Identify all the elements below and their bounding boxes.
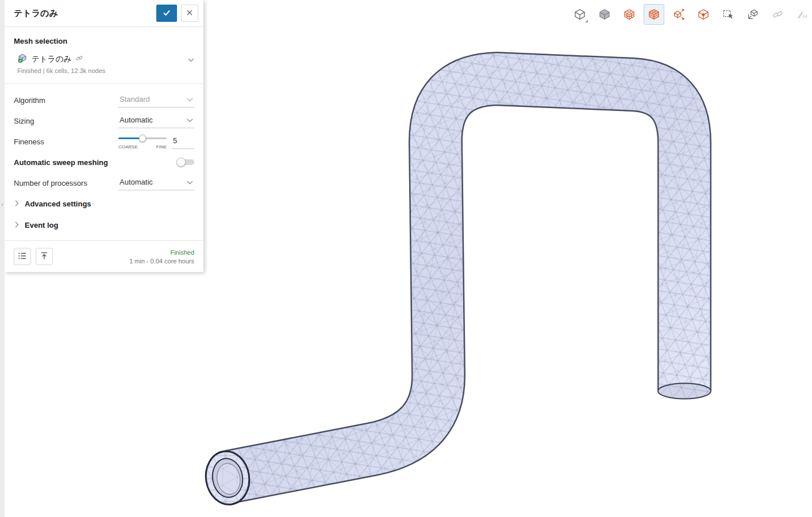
meshed-pipe-model[interactable] bbox=[202, 79, 711, 508]
fineness-value-input[interactable]: 5 bbox=[172, 134, 194, 149]
fineness-slider: COARSE FINE bbox=[118, 134, 167, 150]
sizing-value: Automatic bbox=[120, 116, 153, 124]
panel-expand-handle[interactable]: › bbox=[0, 197, 5, 212]
event-log-label: Event log bbox=[25, 221, 59, 229]
fineness-label: Fineness bbox=[14, 137, 118, 146]
panel-body: Mesh selection テトラのみ Finis bbox=[5, 27, 203, 240]
sweep-toggle[interactable] bbox=[176, 158, 194, 167]
sizing-select[interactable]: Automatic bbox=[118, 113, 194, 128]
mesh-toolbar: AI bbox=[569, 4, 812, 25]
mesh-status-text: Finished | 6k cells, 12.3k nodes bbox=[14, 67, 194, 78]
slider-min-label: COARSE bbox=[118, 144, 138, 150]
panel-footer: Finished 1 min - 0.04 core hours bbox=[5, 240, 203, 272]
advanced-settings-row[interactable]: Advanced settings bbox=[14, 193, 194, 215]
toggle-knob bbox=[176, 158, 186, 167]
run-info: Finished 1 min - 0.04 core hours bbox=[129, 249, 194, 265]
mesh-item-label: テトラのみ bbox=[32, 54, 71, 64]
list-icon bbox=[18, 251, 27, 262]
processors-row: Number of processors Automatic bbox=[14, 173, 194, 193]
algorithm-label: Algorithm bbox=[14, 96, 118, 105]
mesh-selection-label: Mesh selection bbox=[14, 37, 194, 45]
volume-mesh-icon[interactable] bbox=[619, 4, 640, 25]
sizing-row: Sizing Automatic bbox=[14, 110, 194, 131]
mesh-refinement-icon[interactable] bbox=[668, 4, 689, 25]
apply-button[interactable] bbox=[156, 5, 177, 22]
mesh-result-icon bbox=[17, 53, 28, 66]
mesh-selection-item[interactable]: テトラのみ bbox=[14, 48, 194, 67]
solid-cube-icon[interactable] bbox=[594, 4, 615, 25]
ai-assistant-icon[interactable]: AI bbox=[792, 4, 812, 25]
processors-select[interactable]: Automatic bbox=[118, 175, 194, 190]
run-time-text: 1 min - 0.04 core hours bbox=[129, 258, 194, 265]
mesh-quality-icon[interactable] bbox=[693, 4, 714, 25]
run-status-badge: Finished bbox=[129, 249, 194, 256]
chevron-right-icon bbox=[15, 221, 19, 229]
sweep-label: Automatic sweep meshing bbox=[14, 158, 176, 167]
pipe-end-cap bbox=[658, 384, 711, 399]
algorithm-select[interactable]: Standard bbox=[118, 93, 194, 108]
event-log-row[interactable]: Event log bbox=[14, 215, 194, 236]
link-icon[interactable] bbox=[75, 54, 83, 64]
chevron-down-icon bbox=[187, 95, 193, 104]
fineness-row: Fineness COARSE FINE 5 bbox=[14, 131, 194, 152]
algorithm-row: Algorithm Standard bbox=[14, 90, 194, 110]
slider-max-label: FINE bbox=[156, 144, 167, 150]
surface-mesh-icon[interactable] bbox=[644, 4, 664, 25]
chevron-right-icon bbox=[15, 200, 19, 208]
sweep-row: Automatic sweep meshing bbox=[14, 152, 194, 173]
advanced-settings-label: Advanced settings bbox=[25, 200, 91, 208]
box-select-icon[interactable] bbox=[718, 4, 738, 25]
left-edge-strip: › bbox=[0, 0, 5, 517]
panel-title: テトラのみ bbox=[14, 8, 152, 19]
sizing-label: Sizing bbox=[14, 117, 118, 125]
processors-label: Number of processors bbox=[14, 179, 118, 187]
upload-icon bbox=[40, 251, 49, 262]
fineness-slider-thumb[interactable] bbox=[139, 135, 147, 142]
log-list-button[interactable] bbox=[14, 248, 31, 265]
chevron-down-icon bbox=[187, 116, 193, 124]
divider bbox=[5, 83, 203, 84]
export-button[interactable] bbox=[36, 248, 53, 265]
slider-labels: COARSE FINE bbox=[118, 144, 167, 150]
chevron-down-icon bbox=[187, 178, 193, 186]
mesh-link-icon[interactable] bbox=[767, 4, 788, 25]
close-icon bbox=[186, 9, 193, 18]
processors-value: Automatic bbox=[120, 178, 153, 186]
mesh-transform-icon[interactable] bbox=[742, 4, 763, 25]
close-button[interactable] bbox=[181, 5, 198, 22]
check-icon bbox=[162, 8, 171, 19]
panel-header: テトラのみ bbox=[5, 0, 203, 27]
fineness-slider-track[interactable] bbox=[118, 134, 167, 143]
svg-text:AI: AI bbox=[802, 13, 807, 19]
chevron-down-icon[interactable] bbox=[188, 54, 194, 64]
mesh-settings-panel: テトラのみ Mesh selection テトラのみ bbox=[5, 0, 203, 272]
algorithm-value: Standard bbox=[120, 95, 150, 104]
geometry-cube-icon[interactable] bbox=[569, 4, 590, 25]
